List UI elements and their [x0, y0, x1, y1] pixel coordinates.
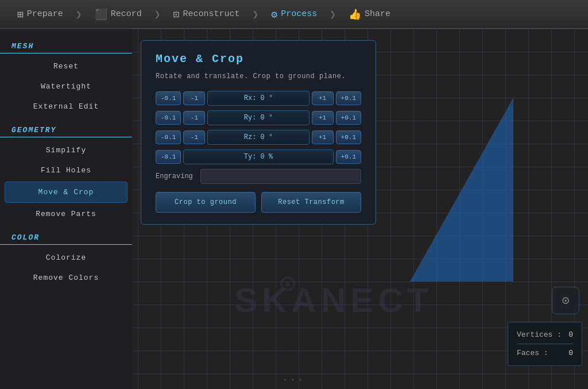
- ry-plus-point1-button[interactable]: +0.1: [336, 111, 361, 125]
- rx-control-row: -0.1 -1 Rx: 0 ° +1 +0.1: [156, 91, 361, 106]
- rx-plus1-button[interactable]: +1: [312, 91, 334, 105]
- camera-button[interactable]: ⊙: [552, 287, 579, 314]
- nav-share[interactable]: 👍 Share: [337, 3, 402, 25]
- share-icon: 👍: [349, 8, 361, 21]
- reconstruct-icon: ⊡: [173, 8, 180, 21]
- nav-reconstruct[interactable]: ⊡ Reconstruct: [162, 3, 252, 25]
- rx-minus-point1-button[interactable]: -0.1: [156, 91, 181, 105]
- viewport: SKANECT ⊙ Mesh Reset Watertight External…: [0, 29, 588, 389]
- ry-value-display: Ry: 0 °: [207, 110, 309, 125]
- process-icon: ⚙: [271, 8, 277, 21]
- rz-plus-point1-button[interactable]: +0.1: [336, 130, 361, 144]
- sidebar-item-watertight[interactable]: Watertight: [0, 76, 132, 97]
- nav-prepare-label: Prepare: [27, 9, 63, 19]
- section-geometry: Geometry: [0, 121, 132, 137]
- move-crop-panel: Move & Crop Rotate and translate. Crop t…: [141, 40, 376, 225]
- top-navigation: ⊞ Prepare ❯ ⬛ Record ❯ ⊡ Reconstruct ❯ ⚙…: [0, 0, 588, 29]
- vertices-label: Vertices :: [517, 330, 562, 339]
- camera-icon: ⊙: [562, 293, 569, 309]
- ry-control-row: -0.1 -1 Ry: 0 ° +1 +0.1: [156, 110, 361, 125]
- ty-control-row: -0.1 Ty: 0 % +0.1: [156, 149, 361, 164]
- nav-record[interactable]: ⬛ Record: [83, 3, 153, 25]
- action-buttons: Crop to ground Reset Transform: [156, 192, 361, 213]
- stats-panel: Vertices : 0 Faces : 0: [508, 322, 582, 366]
- bottom-dots: ...: [283, 373, 306, 383]
- ty-minus-point1-button[interactable]: -0.1: [156, 150, 181, 164]
- faces-label: Faces :: [517, 349, 548, 357]
- watermark: SKANECT: [234, 280, 433, 320]
- 3d-viewport-shape: [410, 98, 513, 282]
- nav-process-label: Process: [281, 9, 317, 19]
- rz-control-row: -0.1 -1 Rz: 0 ° +1 +0.1: [156, 130, 361, 145]
- section-mesh: Mesh: [0, 37, 132, 53]
- engraving-label: Engraving: [156, 172, 196, 180]
- watermark-logo: ⊙: [280, 268, 296, 300]
- crop-to-ground-button[interactable]: Crop to ground: [156, 192, 256, 213]
- faces-stat: Faces : 0: [517, 346, 573, 360]
- sidebar-item-remove-colors[interactable]: Remove Colors: [0, 268, 132, 288]
- nav-reconstruct-label: Reconstruct: [183, 9, 239, 19]
- rx-value-display: Rx: 0 °: [207, 91, 309, 106]
- sidebar-item-move-crop[interactable]: Move & Crop: [5, 182, 127, 203]
- rx-minus1-button[interactable]: -1: [183, 91, 205, 105]
- nav-arrow-2: ❯: [154, 8, 161, 21]
- engraving-row: Engraving: [156, 169, 361, 184]
- sidebar-item-colorize[interactable]: Colorize: [0, 248, 132, 268]
- sidebar-item-external-edit[interactable]: External Edit: [0, 97, 132, 117]
- rz-minus1-button[interactable]: -1: [183, 130, 205, 144]
- sidebar-item-reset[interactable]: Reset: [0, 56, 132, 76]
- nav-arrow-4: ❯: [330, 8, 336, 21]
- nav-record-label: Record: [111, 9, 142, 19]
- nav-arrow-3: ❯: [252, 8, 258, 21]
- ty-value-display: Ty: 0 %: [183, 149, 333, 164]
- sidebar-item-fill-holes[interactable]: Fill Holes: [0, 160, 132, 180]
- ry-minus-point1-button[interactable]: -0.1: [156, 111, 181, 125]
- rx-plus-point1-button[interactable]: +0.1: [336, 91, 361, 105]
- sidebar-item-simplify[interactable]: Simplify: [0, 140, 132, 160]
- record-icon: ⬛: [95, 8, 107, 21]
- nav-process[interactable]: ⚙ Process: [260, 3, 328, 25]
- panel-title: Move & Crop: [156, 52, 361, 66]
- prepare-icon: ⊞: [17, 8, 24, 21]
- nav-prepare[interactable]: ⊞ Prepare: [6, 3, 75, 25]
- nav-arrow-1: ❯: [76, 8, 82, 21]
- faces-value: 0: [568, 349, 573, 357]
- ry-plus1-button[interactable]: +1: [312, 111, 334, 125]
- vertices-stat: Vertices : 0: [517, 328, 573, 344]
- nav-share-label: Share: [365, 9, 390, 19]
- sidebar-item-remove-parts[interactable]: Remove Parts: [0, 204, 132, 224]
- sidebar: Mesh Reset Watertight External Edit Geom…: [0, 29, 132, 389]
- rz-plus1-button[interactable]: +1: [312, 130, 334, 144]
- rz-minus-point1-button[interactable]: -0.1: [156, 130, 181, 144]
- vertices-value: 0: [568, 330, 573, 339]
- engraving-input[interactable]: [200, 169, 361, 184]
- rz-value-display: Rz: 0 °: [207, 130, 309, 145]
- section-color: Color: [0, 229, 132, 245]
- reset-transform-button[interactable]: Reset Transform: [261, 192, 361, 213]
- ry-minus1-button[interactable]: -1: [183, 111, 205, 125]
- ty-plus-point1-button[interactable]: +0.1: [336, 150, 361, 164]
- panel-description: Rotate and translate. Crop to ground pla…: [156, 72, 361, 80]
